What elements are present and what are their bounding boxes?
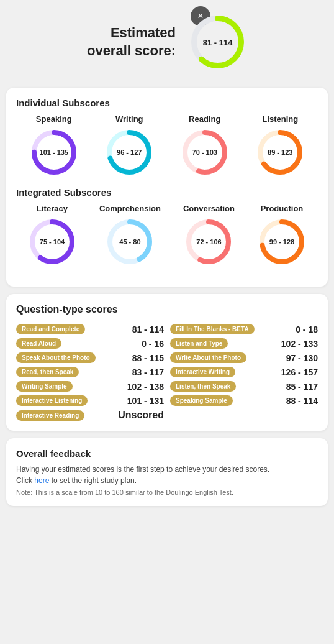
subscore-label: Literacy (37, 204, 68, 213)
qt-badge: Fill In The Blanks - BETA (170, 324, 255, 334)
integrated-subscores-title: Integrated Subscores (16, 187, 318, 198)
qt-row-left: Interactive Listening101 - 131 (16, 395, 164, 406)
qt-badge: Listen, then Speak (170, 381, 236, 392)
qt-badge: Speak About the Photo (16, 352, 96, 363)
qt-score: Unscored (118, 410, 164, 421)
subscore-item: Production 99 - 128 (257, 204, 307, 267)
qt-badge: Write About the Photo (170, 352, 246, 363)
qt-row-right: Interactive Writing126 - 157 (170, 367, 318, 377)
donut-chart: 70 - 103 (180, 127, 230, 177)
qt-row-right (170, 410, 318, 421)
subscore-label: Writing (115, 114, 143, 124)
qt-score: 88 - 115 (132, 353, 164, 363)
feedback-title: Overall feedback (16, 448, 318, 459)
donut-label: 101 - 135 (40, 149, 68, 156)
qt-row-right: Fill In The Blanks - BETA0 - 18 (170, 324, 318, 334)
qt-badge: Interactive Listening (16, 395, 88, 406)
study-plan-link[interactable]: here (34, 476, 49, 485)
overall-title: Estimated overall score: (87, 24, 176, 60)
qt-score: 97 - 130 (286, 353, 318, 363)
question-type-grid: Read and Complete81 - 114Fill In The Bla… (16, 324, 318, 421)
subscore-item: Comprehension 45 - 80 (99, 204, 161, 267)
donut-chart: 45 - 80 (105, 217, 155, 267)
qt-row-right: Listen, then Speak85 - 117 (170, 381, 318, 392)
individual-subscores-title: Individual Subscores (16, 98, 318, 108)
qt-score: 101 - 131 (127, 396, 164, 406)
donut-chart: 96 - 127 (104, 127, 154, 177)
qt-score: 102 - 138 (127, 382, 164, 392)
donut-chart: 99 - 128 (257, 217, 307, 267)
overall-score-donut: 81 - 114 (188, 12, 247, 71)
qt-score: 0 - 18 (296, 324, 318, 334)
question-type-title: Question-type scores (16, 304, 318, 315)
subscore-item: Literacy 75 - 104 (27, 204, 77, 267)
qt-badge: Interactive Writing (170, 367, 235, 377)
subscore-item: Listening 89 - 123 (255, 114, 305, 177)
donut-label: 45 - 80 (119, 238, 140, 246)
subscore-item: Reading 70 - 103 (180, 114, 230, 177)
donut-label: 89 - 123 (268, 149, 292, 156)
question-type-card: Question-type scores Read and Complete81… (6, 294, 328, 431)
individual-subscores-grid: Speaking 101 - 135 Writing 96 - 127 Read… (16, 114, 318, 177)
donut-label: 70 - 103 (192, 149, 217, 156)
qt-score: 88 - 114 (286, 396, 318, 406)
qt-row-right: Listen and Type102 - 133 (170, 338, 318, 349)
subscore-label: Comprehension (99, 204, 161, 213)
qt-row-right: Speaking Sample88 - 114 (170, 395, 318, 406)
qt-score: 85 - 117 (286, 382, 318, 392)
subscore-label: Speaking (36, 114, 72, 124)
qt-row-left: Read and Complete81 - 114 (16, 324, 164, 334)
qt-row-left: Read Aloud0 - 16 (16, 338, 164, 349)
qt-badge: Read Aloud (16, 338, 61, 349)
overall-score-label: 81 - 114 (203, 37, 233, 47)
qt-score: 81 - 114 (132, 324, 164, 334)
qt-score: 0 - 16 (142, 339, 164, 349)
subscore-item: Speaking 101 - 135 (29, 114, 79, 177)
subscore-label: Reading (189, 114, 220, 124)
subscores-card: Individual Subscores Speaking 101 - 135 … (6, 88, 328, 287)
qt-badge: Listen and Type (170, 338, 228, 349)
donut-label: 96 - 127 (117, 149, 142, 156)
feedback-card: Overall feedback Having your estimated s… (6, 438, 328, 506)
donut-chart: 89 - 123 (255, 127, 305, 177)
qt-row-left: Read, then Speak83 - 117 (16, 367, 164, 377)
feedback-body: Having your estimated scores is the firs… (16, 464, 318, 486)
qt-row-left: Speak About the Photo88 - 115 (16, 352, 164, 363)
subscore-label: Conversation (183, 204, 235, 213)
donut-label: 99 - 128 (269, 238, 294, 246)
subscore-label: Listening (262, 114, 298, 124)
qt-score: 126 - 157 (281, 367, 318, 377)
donut-chart: 75 - 104 (27, 217, 77, 267)
qt-row-left: Writing Sample102 - 138 (16, 381, 164, 392)
qt-score: 83 - 117 (132, 367, 164, 377)
integrated-subscores-grid: Literacy 75 - 104 Comprehension 45 - 80 … (16, 204, 318, 267)
subscore-label: Production (261, 204, 304, 213)
qt-row-left: Interactive ReadingUnscored (16, 410, 164, 421)
donut-label: 75 - 104 (40, 238, 65, 246)
qt-badge: Read, then Speak (16, 367, 79, 377)
qt-badge: Speaking Sample (170, 395, 233, 406)
donut-chart: 101 - 135 (29, 127, 79, 177)
header-section: × Estimated overall score: 81 - 114 (6, 6, 328, 78)
subscore-item: Writing 96 - 127 (104, 114, 154, 177)
donut-chart: 72 - 106 (184, 217, 233, 267)
qt-badge: Read and Complete (16, 324, 85, 334)
subscore-item: Conversation 72 - 106 (183, 204, 235, 267)
qt-score: 102 - 133 (281, 339, 318, 349)
donut-label: 72 - 106 (196, 238, 221, 246)
qt-badge: Interactive Reading (16, 410, 84, 421)
qt-badge: Writing Sample (16, 381, 73, 392)
qt-row-right: Write About the Photo97 - 130 (170, 352, 318, 363)
feedback-note: Note: This is a scale from 10 to 160 sim… (16, 489, 318, 496)
